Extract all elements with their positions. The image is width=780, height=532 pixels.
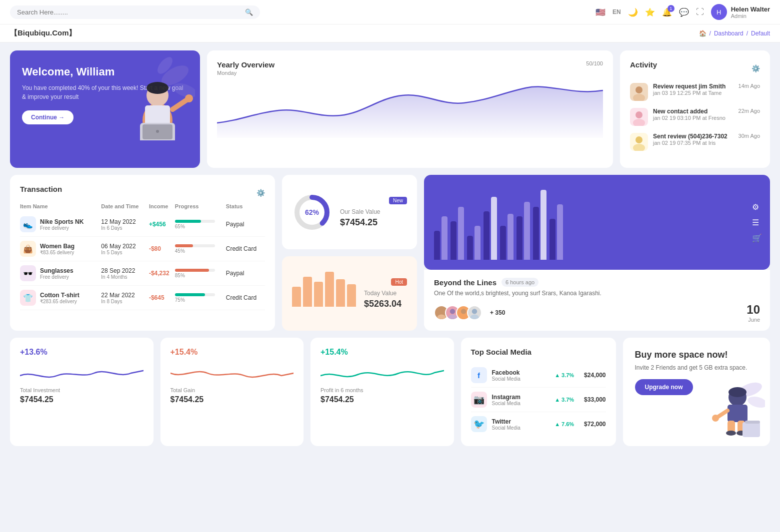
facebook-value: $24,000 [584,372,606,379]
facebook-icon: f [471,367,487,383]
activity-gear-icon[interactable]: ⚙️ [752,64,760,72]
star-icon[interactable]: ⭐ [645,7,655,17]
today-value-info: Hot Today Value $5263.04 [364,278,407,309]
bar-7-0 [550,219,556,260]
activity-ago-1: 14m Ago [738,83,760,89]
bar-0-1 [442,216,448,260]
instagram-name: Instagram [492,394,550,401]
col-status: Status [226,200,265,212]
bar-1-0 [450,221,456,260]
search-bar[interactable]: 🔍 [10,5,260,19]
bar-4-1 [508,214,514,260]
svg-point-26 [472,309,477,314]
gain-wave [170,361,294,386]
cell-status-1: Credit Card [226,237,265,261]
right-column: ⚙ ☰ 🛒 Beyond the Lines 6 hours ago One O… [424,175,770,331]
chat-icon[interactable]: 💬 [679,7,689,17]
search-input[interactable] [17,8,241,16]
activity-card: Activity ⚙️ Review request jim Smith jan… [620,50,770,168]
beyond-title: Beyond the Lines [434,278,496,287]
svg-point-21 [437,314,446,320]
svg-rect-32 [728,405,748,422]
svg-point-12 [636,86,642,93]
breadcrumb-dashboard[interactable]: Dashboard [714,30,744,37]
yearly-overview-header: Yearly Overview Monday 50/100 [217,60,603,76]
beyond-avatar-4 [467,305,482,320]
activity-avatar-1 [630,83,648,101]
cell-progress-1: 45% [175,237,226,261]
svg-point-9 [156,130,159,133]
activity-info-1: Review request jim Smith jan 03 19 12:25… [653,83,734,96]
yearly-chart [217,78,603,138]
row-1: Welcome, William You have completed 40% … [10,50,770,168]
cell-item-2: 🕶️ Sunglasses Free delivery [20,261,101,286]
twitter-value: $72,000 [584,421,606,428]
beyond-plus-count: + 350 [490,309,505,316]
chart-settings-icon[interactable]: ☰ [752,218,762,227]
instagram-growth: ▲ 3.7% [554,397,574,403]
instagram-icon: 📷 [471,392,487,408]
profit-pct: +15.4% [320,348,444,357]
table-row: 👟 Nike Sports NK Free delivery 12 May 20… [20,212,265,237]
user-info: H Helen Walter Admin [711,4,770,20]
upgrade-title: Buy more space now! [635,350,758,360]
transaction-gear-icon[interactable]: ⚙️ [256,189,265,197]
cell-income-3: -$645 [149,286,175,310]
language-label: EN [612,8,621,15]
col-income: Income [149,200,175,212]
user-details: Helen Walter Admin [731,5,770,19]
cell-item-1: 👜 Women Bag ₹83.65 delivery [20,237,101,261]
activity-time-text-2: jan 02 19 03:10 PM at Fresno [653,115,734,121]
upgrade-button[interactable]: Upgrade now [635,379,693,395]
bar-1-1 [458,207,464,260]
avatar-stack [434,305,482,320]
cell-status-0: Paypal [226,212,265,237]
mini-bar-3 [314,282,323,307]
yearly-overview-subtitle: Monday [217,70,274,76]
activity-info-3: Sent review (504)236-7302 jan 02 19 07:3… [653,133,734,146]
chart-cart-icon[interactable]: 🛒 [752,233,762,243]
twitter-growth: ▲ 7.6% [554,421,574,427]
bell-icon[interactable]: 🔔 1 [662,7,672,17]
investment-pct: +13.6% [20,348,144,357]
cell-date-1: 06 May 2022 In 5 Days [101,237,149,261]
svg-point-16 [636,136,642,143]
svg-rect-40 [745,421,760,424]
main-content: Welcome, William You have completed 40% … [0,42,780,454]
yearly-overview-badge: 50/100 [586,60,603,66]
svg-rect-6 [145,105,170,125]
cell-date-3: 22 Mar 2022 In 8 Days [101,286,149,310]
svg-rect-39 [742,422,760,437]
svg-point-20 [439,309,444,314]
bar-group-3 [484,197,497,260]
upgrade-description: Invite 2 Friends and get 5 GB extra spac… [635,364,758,371]
bar-group-7 [550,204,563,260]
new-badge: New [389,197,407,204]
facebook-sub: Social Media [492,376,550,382]
moon-icon[interactable]: 🌙 [628,7,638,17]
transaction-card: Transaction ⚙️ Item Name Date and Time I… [10,175,275,331]
transaction-title: Transaction [20,185,62,193]
fullscreen-icon[interactable]: ⛶ [696,7,704,16]
bar-4-0 [500,226,506,260]
breadcrumb-bar: 【Biqubiqu.Com】 🏠 / Dashboard / Default [0,24,780,42]
bar-group-0 [434,216,448,260]
svg-point-23 [448,314,456,320]
cell-status-2: Paypal [226,261,265,286]
beyond-description: One Of the world,s brightest, young surf… [434,290,760,297]
svg-point-24 [461,309,466,314]
bar-chart-inner [434,185,760,260]
chart-filter-icon[interactable]: ⚙ [752,202,762,212]
cell-progress-0: 65% [175,212,226,237]
mini-bar-chart [292,277,356,307]
col-item-name: Item Name [20,200,101,212]
cell-date-2: 28 Sep 2022 In 4 Months [101,261,149,286]
continue-button[interactable]: Continue → [22,110,74,124]
investment-label: Total Investment [20,387,144,393]
notification-badge: 1 [668,5,674,12]
home-icon[interactable]: 🏠 [699,30,706,37]
activity-ago-2: 22m Ago [738,108,760,114]
bar-group-5 [516,202,530,260]
investment-wave [20,361,144,386]
cell-progress-2: 85% [175,261,226,286]
